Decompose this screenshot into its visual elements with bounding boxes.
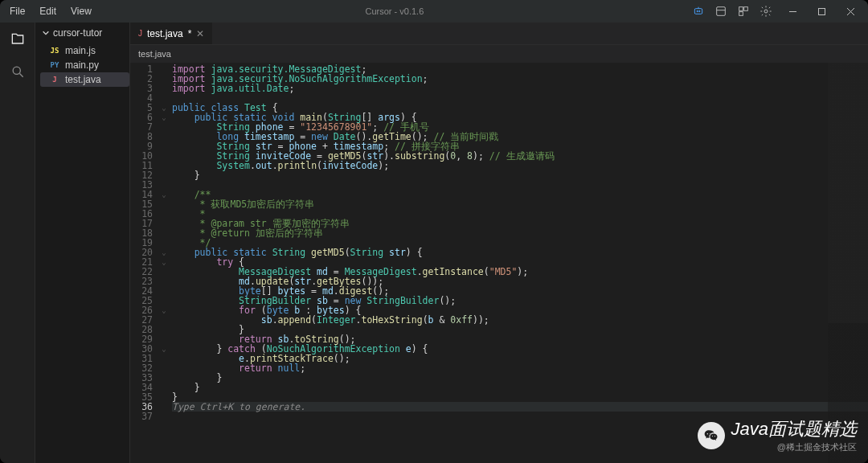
menu-view[interactable]: View — [64, 2, 98, 20]
main-area: cursor-tutor JSmain.jsPYmain.pyJtest.jav… — [0, 23, 868, 463]
svg-rect-3 — [717, 7, 726, 16]
menu-edit[interactable]: Edit — [33, 2, 63, 20]
close-button[interactable] — [836, 0, 865, 23]
watermark: Java面试题精选 @稀土掘金技术社区 — [698, 417, 857, 453]
layout-customize-icon[interactable] — [714, 4, 728, 18]
ai-panel-icon[interactable] — [691, 4, 706, 18]
tab-dirty-indicator: * — [188, 28, 192, 39]
watermark-sub: @稀土掘金技术社区 — [777, 441, 857, 453]
file-label: main.py — [65, 59, 99, 71]
window-title: Cursor - v0.1.6 — [98, 6, 691, 16]
code-source[interactable]: import java.security.MessageDigest;impor… — [169, 63, 868, 463]
fold-gutter[interactable]: ⌄⌄⌄⌄⌄⌄⌄ — [159, 63, 169, 463]
py-file-icon: PY — [48, 61, 61, 69]
minimap[interactable] — [828, 63, 868, 463]
file-test-java[interactable]: Jtest.java — [40, 72, 129, 87]
file-label: main.js — [65, 45, 96, 56]
tab-test-java[interactable]: J test.java * ✕ — [130, 23, 212, 44]
watermark-title: Java面试题精选 — [731, 417, 857, 441]
line-numbers: 1234567891011121314151617181920212223242… — [130, 63, 159, 463]
maximize-button[interactable] — [807, 0, 836, 23]
file-label: test.java — [65, 74, 101, 85]
java-file-icon: J — [138, 29, 142, 38]
menu-file[interactable]: File — [3, 2, 31, 20]
file-tree: JSmain.jsPYmain.pyJtest.java — [35, 43, 129, 87]
editor: J test.java * ✕ test.java 12345678910111… — [130, 23, 868, 463]
title-actions — [691, 4, 773, 18]
folder-name: cursor-tutor — [53, 27, 102, 39]
window-controls — [778, 0, 865, 23]
svg-point-1 — [697, 10, 698, 11]
activity-bar — [0, 23, 35, 463]
svg-rect-6 — [739, 12, 743, 16]
tab-bar: J test.java * ✕ — [130, 23, 868, 45]
minimize-button[interactable] — [778, 0, 807, 23]
svg-rect-8 — [818, 8, 825, 14]
js-file-icon: JS — [48, 47, 61, 55]
tab-label: test.java — [147, 28, 183, 39]
file-main-py[interactable]: PYmain.py — [40, 58, 129, 72]
java-file-icon: J — [48, 76, 61, 84]
wechat-icon — [698, 422, 725, 449]
svg-rect-0 — [694, 9, 702, 14]
title-bar: File Edit View Cursor - v0.1.6 — [0, 0, 868, 23]
breadcrumb[interactable]: test.java — [130, 45, 868, 63]
explorer-icon[interactable] — [7, 29, 28, 50]
svg-rect-4 — [739, 7, 743, 11]
settings-gear-icon[interactable] — [759, 4, 773, 18]
folder-root[interactable]: cursor-tutor — [35, 23, 129, 43]
code-area[interactable]: 1234567891011121314151617181920212223242… — [130, 63, 868, 463]
chevron-down-icon — [42, 29, 50, 37]
svg-rect-5 — [744, 7, 748, 11]
file-main-js[interactable]: JSmain.js — [40, 43, 129, 58]
file-explorer: cursor-tutor JSmain.jsPYmain.pyJtest.jav… — [35, 23, 130, 463]
svg-point-7 — [764, 10, 768, 13]
svg-point-2 — [699, 10, 700, 11]
extensions-icon[interactable] — [736, 4, 751, 18]
search-icon[interactable] — [7, 61, 28, 82]
tab-close-icon[interactable]: ✕ — [196, 28, 204, 39]
svg-point-9 — [13, 67, 20, 74]
menu-bar: File Edit View — [3, 2, 98, 20]
